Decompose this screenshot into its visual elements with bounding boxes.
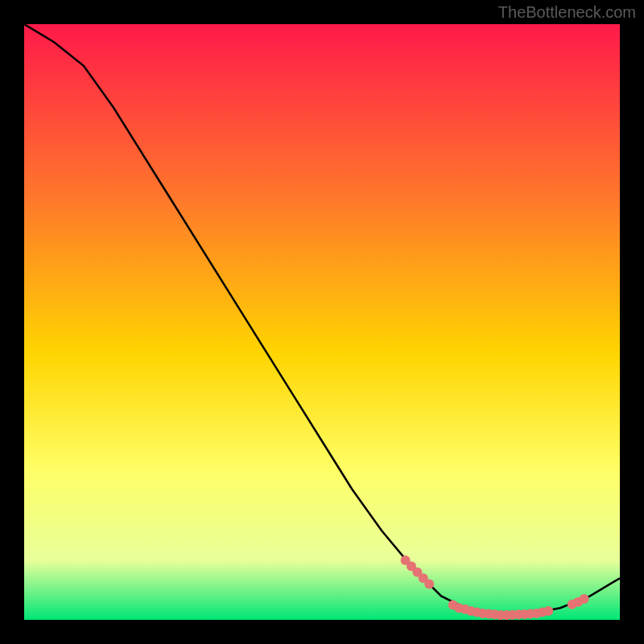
chart-marker [543, 606, 553, 616]
watermark-text: TheBottleneck.com [498, 3, 636, 22]
chart-plot-area [24, 24, 620, 620]
chart-background [24, 24, 620, 620]
chart-marker [580, 594, 589, 604]
chart-svg [24, 24, 620, 620]
chart-marker [424, 580, 434, 589]
